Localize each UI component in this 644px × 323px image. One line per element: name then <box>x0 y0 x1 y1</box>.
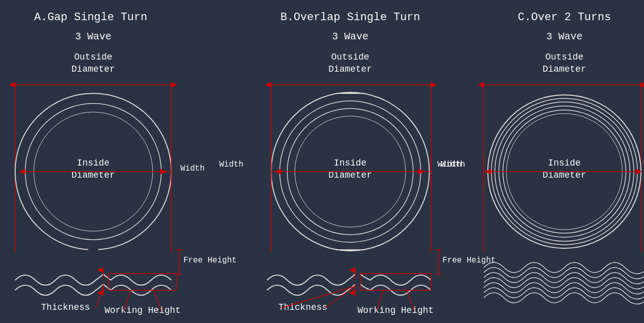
thickness-label-b: Thickness <box>278 302 327 312</box>
width-label-c: Width <box>441 160 465 169</box>
working-height-label-b: Working Height <box>357 305 433 315</box>
free-height-label-b: Free Height <box>442 256 496 265</box>
working-height-label-a: Working Height <box>104 305 180 315</box>
svg-text:Diameter: Diameter <box>72 64 115 74</box>
outside-diam-label-b: Outside <box>331 52 369 62</box>
title-b: B.Overlap Single Turn <box>280 11 420 24</box>
title-a: A.Gap Single Turn <box>34 11 147 24</box>
title-c: C.Over 2 Turns <box>518 11 611 24</box>
wave-label-a: 3 Wave <box>75 31 111 42</box>
svg-text:Diameter: Diameter <box>329 64 372 74</box>
wave-label-c: 3 Wave <box>546 31 583 42</box>
inside-diam-label-b: Inside <box>334 158 367 168</box>
wave-label-b: 3 Wave <box>332 31 368 42</box>
outside-diam-label-c: Outside <box>545 52 584 62</box>
svg-rect-6 <box>88 246 98 250</box>
width-label-a: Width <box>180 164 205 173</box>
svg-text:Diameter: Diameter <box>543 64 586 74</box>
width-label-b2: Width <box>219 160 243 169</box>
thickness-label-a: Thickness <box>41 302 90 312</box>
free-height-label-a: Free Height <box>183 256 237 265</box>
inside-diam-label-a: Inside <box>77 158 110 168</box>
outside-diam-label-a: Outside <box>74 52 112 62</box>
inside-diam-label-c: Inside <box>548 158 581 168</box>
diagram-container: A.Gap Single Turn 3 Wave Outside Diamete… <box>0 0 644 323</box>
